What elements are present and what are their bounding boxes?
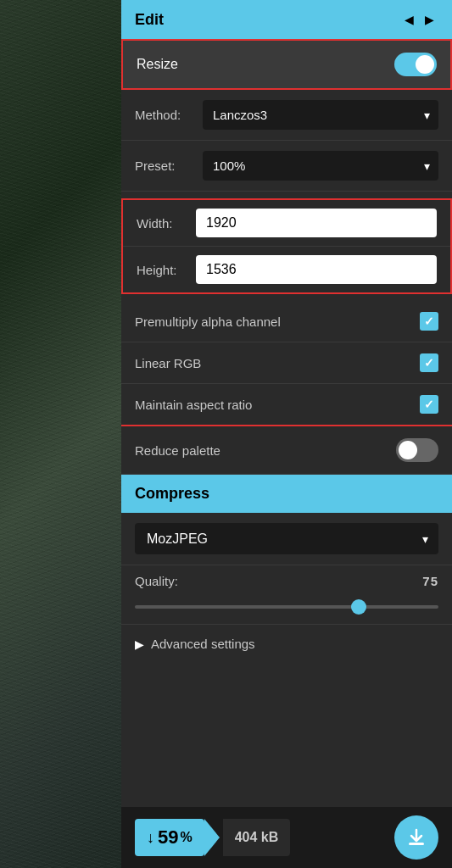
reduce-palette-toggle[interactable] xyxy=(396,438,438,462)
linear-rgb-label: Linear RGB xyxy=(135,356,201,370)
reduce-palette-label: Reduce palette xyxy=(135,443,220,458)
premultiply-alpha-checkbox[interactable] xyxy=(420,312,438,331)
compress-title: Compress xyxy=(135,485,209,502)
premultiply-alpha-row: Premultiply alpha channel xyxy=(121,301,452,342)
method-select-wrapper: Lanczos3 Bilinear Bicubic Nearest xyxy=(203,100,438,130)
resize-label: Resize xyxy=(137,57,178,72)
method-select[interactable]: Lanczos3 Bilinear Bicubic Nearest xyxy=(203,100,438,130)
width-row: Width: xyxy=(123,200,450,247)
maintain-aspect-checkbox[interactable] xyxy=(420,395,438,414)
quality-row: Quality: 75 xyxy=(121,565,452,625)
preset-select[interactable]: 100% 75% 50% 25% xyxy=(203,151,438,181)
width-input[interactable] xyxy=(196,209,437,237)
reduce-palette-row: Reduce palette xyxy=(121,426,452,475)
nav-left-arrow[interactable]: ◀ xyxy=(399,10,418,29)
preset-label: Preset: xyxy=(135,159,203,173)
edit-header: Edit ◀ ▶ xyxy=(121,0,452,39)
maintain-aspect-label: Maintain aspect ratio xyxy=(135,398,252,412)
compression-arrow-icon: ↓ xyxy=(147,829,154,847)
nav-right-arrow[interactable]: ▶ xyxy=(420,10,438,29)
advanced-settings-row[interactable]: ▶ Advanced settings xyxy=(121,625,452,663)
compression-badge-arrow xyxy=(204,819,220,856)
preset-row: Preset: 100% 75% 50% 25% xyxy=(121,141,452,192)
bottom-bar: ↓ 59 % 404 kB xyxy=(121,807,452,868)
height-label: Height: xyxy=(137,263,196,277)
compression-unit: % xyxy=(180,830,192,845)
linear-rgb-row: Linear RGB xyxy=(121,342,452,384)
height-input[interactable] xyxy=(196,255,437,284)
download-button[interactable] xyxy=(394,815,438,860)
codec-select-wrapper: MozJPEG WebP AVIF PNG OxiPNG xyxy=(135,523,438,554)
edit-panel: Edit ◀ ▶ Resize Method: Lanczos3 Bilinea… xyxy=(121,0,452,868)
height-row: Height: xyxy=(123,247,450,292)
resize-toggle[interactable] xyxy=(394,53,437,76)
width-label: Width: xyxy=(137,216,196,231)
nav-arrows: ◀ ▶ xyxy=(399,10,438,29)
compression-info: ↓ 59 % 404 kB xyxy=(135,819,290,856)
quality-value: 75 xyxy=(422,574,438,588)
svg-rect-0 xyxy=(409,843,424,845)
advanced-chevron-icon: ▶ xyxy=(135,637,144,651)
codec-row: MozJPEG WebP AVIF PNG OxiPNG xyxy=(121,513,452,565)
method-label: Method: xyxy=(135,108,203,122)
resize-row: Resize xyxy=(121,39,452,90)
method-row: Method: Lanczos3 Bilinear Bicubic Neares… xyxy=(121,90,452,141)
maintain-aspect-row: Maintain aspect ratio xyxy=(121,384,452,426)
compress-header: Compress xyxy=(121,475,452,513)
quality-header: Quality: 75 xyxy=(135,574,438,588)
preset-select-wrapper: 100% 75% 50% 25% xyxy=(203,151,438,181)
linear-rgb-checkbox[interactable] xyxy=(420,353,438,372)
quality-slider[interactable] xyxy=(135,605,438,609)
compression-percent-value: 59 xyxy=(158,826,178,849)
codec-select[interactable]: MozJPEG WebP AVIF PNG OxiPNG xyxy=(135,523,438,554)
compression-badge: ↓ 59 % xyxy=(135,819,204,856)
advanced-label: Advanced settings xyxy=(151,637,255,651)
download-icon xyxy=(405,826,427,849)
premultiply-alpha-label: Premultiply alpha channel xyxy=(135,314,281,329)
dimension-section: Width: Height: xyxy=(121,198,452,294)
file-size: 404 kB xyxy=(223,819,291,856)
edit-title: Edit xyxy=(135,11,164,29)
compression-percent: ↓ 59 % xyxy=(135,826,204,849)
quality-label: Quality: xyxy=(135,574,178,588)
